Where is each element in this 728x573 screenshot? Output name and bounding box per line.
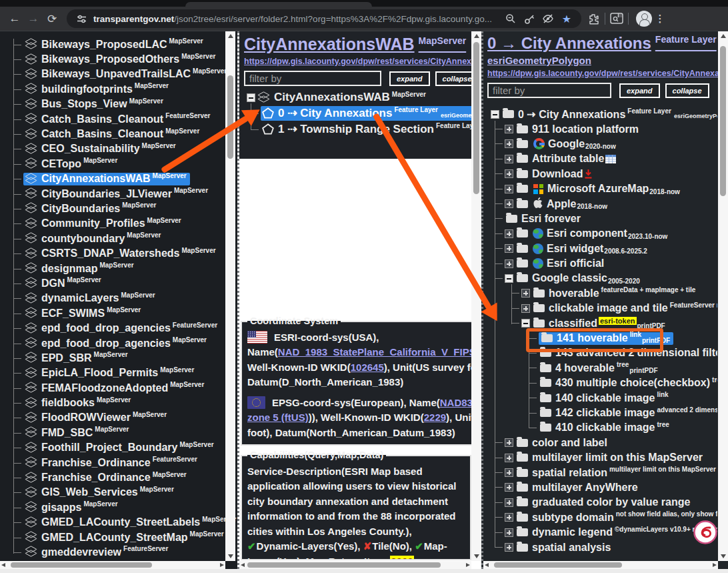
scroll-up-button[interactable] <box>721 34 726 38</box>
vertical-scrollbar[interactable] <box>471 31 481 561</box>
service-item[interactable]: Bikeways_ProposedOthersMapServer <box>0 52 224 67</box>
scroll-up-button[interactable] <box>474 34 479 38</box>
wkid-link[interactable]: 2229 <box>424 412 446 423</box>
service-item[interactable]: ECF_SWIMSMapServer <box>0 306 224 321</box>
scrollbar-thumb[interactable] <box>473 42 479 194</box>
scroll-left-button[interactable] <box>241 563 245 567</box>
zoom-icon[interactable] <box>504 12 517 25</box>
tree-item[interactable]: 430 multiple choice(checkbox)tree <box>487 376 717 390</box>
address-bar[interactable]: transparentgov.net/json2tree/esri/server… <box>67 9 581 28</box>
service-item[interactable]: FEMAFloodzoneAdoptedMapServer <box>0 381 224 396</box>
tree-item[interactable]: Download <box>487 167 717 181</box>
tree-item[interactable]: dynamic legend©dynamicLayers v10.9+ requ… <box>487 525 717 540</box>
tree-item[interactable]: 4 hoverabletreeprintPDF <box>487 361 717 376</box>
scroll-down-button[interactable] <box>474 554 479 558</box>
expand-expander-icon[interactable] <box>505 244 513 253</box>
collapse-button[interactable]: collapse <box>435 71 471 86</box>
tree-item[interactable]: multilayer AnyWhere <box>487 480 717 495</box>
service-item-cityannexationswab[interactable]: CityAnnexationsWABMapServer <box>0 172 224 187</box>
tree-item[interactable]: Google2020-now <box>487 137 717 151</box>
expand-button[interactable]: expand <box>389 71 430 86</box>
privacy-eye-off-icon[interactable] <box>541 12 555 25</box>
expand-button[interactable]: expand <box>619 83 660 98</box>
scrollbar-thumb[interactable] <box>227 75 233 159</box>
service-item[interactable]: GMED_LACounty_StreetMapMapServer <box>0 530 224 545</box>
url-text[interactable]: transparentgov.net/json2tree/esri/server… <box>93 14 499 24</box>
coord-name-link[interactable]: NAD_1983_StatePlane_California_V_FIPS_04… <box>278 346 481 358</box>
service-item[interactable]: CityBoundariesMapServer <box>0 201 224 216</box>
tree-root[interactable]: 0 ⇢ City AnnexationsFeature LayeresriGeo… <box>487 107 717 121</box>
scroll-left-button[interactable] <box>485 563 489 567</box>
tree-item[interactable]: 410 clickable imagetree <box>487 420 717 435</box>
filter-input[interactable] <box>244 71 381 86</box>
tree-item[interactable]: Esri forever <box>487 211 717 226</box>
site-settings-icon[interactable] <box>75 12 88 25</box>
tree-item[interactable]: clickable image and tileFeatureServer no… <box>487 301 717 316</box>
collapse-expander-icon[interactable] <box>491 110 499 119</box>
menu-dots-icon[interactable] <box>655 13 665 25</box>
tree-item[interactable]: Microsoft AzureMap2018-now <box>487 181 717 196</box>
scroll-right-button[interactable] <box>466 563 470 567</box>
tree-item[interactable]: Esri component2023.10-now <box>487 226 717 241</box>
profile-avatar[interactable] <box>636 11 652 27</box>
service-item[interactable]: Franchise_OrdinanceFeatureServer <box>0 456 224 470</box>
active-tab[interactable] <box>185 2 372 7</box>
service-item[interactable]: Community_ProfilesMapServer <box>0 217 224 231</box>
tree-item[interactable]: hoverablefeatureData + mapImage + tile <box>487 286 717 301</box>
expand-expander-icon[interactable] <box>505 229 513 238</box>
tree-item[interactable]: Esri official <box>487 256 717 271</box>
service-item[interactable]: FMD_SBCMapServer <box>0 426 224 440</box>
scroll-right-button[interactable] <box>220 563 224 567</box>
service-item[interactable]: buildingfootprintsMapServer <box>0 82 224 97</box>
tree-item-city-annexations[interactable]: 0 ⇢ City AnnexationsFeature LayeresriGeo… <box>244 105 471 121</box>
collapse-expander-icon[interactable] <box>521 319 530 328</box>
expand-expander-icon[interactable] <box>505 513 513 522</box>
expand-expander-icon[interactable] <box>505 438 513 447</box>
tree-item[interactable]: multilayer limit on this MapServer <box>487 450 717 465</box>
expand-expander-icon[interactable] <box>505 528 513 537</box>
expand-expander-icon[interactable] <box>505 155 513 163</box>
back-button[interactable] <box>5 12 24 25</box>
extensions-puzzle-icon[interactable] <box>587 12 600 25</box>
tree-root[interactable]: CityAnnexationsWAB MapServer <box>244 89 471 105</box>
service-item[interactable]: CEO_SustainabilityMapServer <box>0 142 224 157</box>
scrollbar-thumb[interactable] <box>247 562 441 568</box>
tree-item[interactable]: 142 clickable imageadvanced 2 dimensiona… <box>487 406 717 420</box>
service-url-link[interactable]: https://dpw.gis.lacounty.gov/dpw/rest/se… <box>487 69 728 78</box>
service-item[interactable]: GIS_Web_ServicesMapServer <box>0 486 224 500</box>
expand-expander-icon[interactable] <box>521 289 530 298</box>
service-item[interactable]: fieldbooksMapServer <box>0 396 224 410</box>
service-item[interactable]: dynamicLayersMapServer <box>0 292 224 306</box>
tree-item[interactable]: 911 location platform <box>487 121 717 136</box>
side-panel-search-icon[interactable] <box>610 12 623 25</box>
service-item[interactable]: FloodROWViewerMapServer <box>0 411 224 426</box>
scroll-down-button[interactable] <box>228 554 233 558</box>
service-item[interactable]: CityBoundaries_JLViewerMapServer <box>0 187 224 201</box>
expand-expander-icon[interactable] <box>505 259 513 268</box>
service-item[interactable]: epd_food_drop_agenciesMapServer <box>0 336 224 351</box>
tree-item[interactable]: subtype domainnot show field alias, only… <box>487 510 717 525</box>
service-item[interactable]: Bus_Stops_ViewMapServer <box>0 97 224 112</box>
scroll-up-button[interactable] <box>228 34 233 38</box>
scroll-left-button[interactable] <box>1 563 5 567</box>
expand-expander-icon[interactable] <box>505 543 513 552</box>
tree-item[interactable]: 140 clickable imagelink <box>487 390 717 405</box>
filter-input[interactable] <box>487 83 611 98</box>
tree-item[interactable]: Esri widget2008.6-2025.2 <box>487 241 717 256</box>
expand-expander-icon[interactable] <box>505 185 513 193</box>
service-item[interactable]: designmapMapServer <box>0 261 224 276</box>
service-item[interactable]: Bikeways_ProposedLACMapServer <box>0 37 224 52</box>
tree-item[interactable]: Google classic2005-2020 <box>487 271 717 285</box>
expand-expander-icon[interactable] <box>505 483 513 492</box>
service-item[interactable]: countyboundaryMapServer <box>0 231 224 246</box>
collapse-expander-icon[interactable] <box>505 274 513 283</box>
service-item[interactable]: gisappsMapServer <box>0 500 224 515</box>
service-item[interactable]: epd_food_drop_agenciesFeatureServer <box>0 321 224 336</box>
scroll-right-button[interactable] <box>713 563 717 567</box>
vertical-scrollbar[interactable] <box>718 31 728 561</box>
horizontal-scrollbar[interactable] <box>483 561 718 569</box>
service-item[interactable]: gmeddevreviewFeatureServer <box>0 545 224 560</box>
pdf-icon[interactable] <box>693 520 717 544</box>
horizontal-scrollbar[interactable] <box>239 561 471 569</box>
collapse-expander-icon[interactable] <box>247 93 255 102</box>
